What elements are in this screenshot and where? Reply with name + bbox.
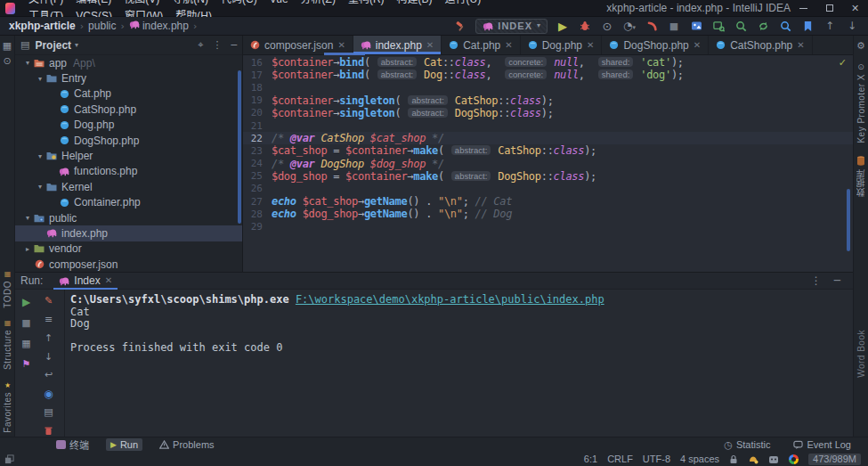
maximize-icon[interactable] xyxy=(816,0,842,17)
tool-button-event-log[interactable]: Event Log xyxy=(789,438,856,451)
close-icon[interactable]: ✕ xyxy=(842,0,868,17)
breadcrumb-item[interactable]: index.php xyxy=(129,20,189,32)
editor-scrollbar[interactable] xyxy=(847,189,850,251)
close-icon[interactable]: ✕ xyxy=(694,41,701,50)
code-line-24[interactable]: 24/* @var DogShop $dog_shop */ xyxy=(243,158,853,170)
menu-item-vue[interactable]: Vue xyxy=(264,0,295,5)
tree-item-app[interactable]: ▾appApp\ xyxy=(15,55,242,70)
code-line-20[interactable]: 20$container→singleton( abstract: DogSho… xyxy=(243,107,853,119)
tool-button-database[interactable]: 数据库 xyxy=(854,156,868,197)
tool-button-run[interactable]: ▶Run xyxy=(106,438,142,451)
docker-icon[interactable] xyxy=(768,454,779,464)
run-console-output[interactable]: C:\Users\syfxl\scoop\shims\php.exe F:\wo… xyxy=(70,294,844,355)
editor-tab-dogshop-php[interactable]: DogShop.php✕ xyxy=(602,36,709,54)
breadcrumb-item[interactable]: public xyxy=(88,20,116,32)
tree-item-container-php[interactable]: Container.php xyxy=(15,195,242,210)
tool-button-todo[interactable]: ▦TODO xyxy=(0,271,15,308)
project-scrollbar[interactable] xyxy=(238,70,241,224)
code-editor[interactable]: 16$container→bind( abstract: Cat::class,… xyxy=(243,55,853,233)
code-line-28[interactable]: 28echo $dog_shop→getName() . "\n"; // Do… xyxy=(243,208,853,220)
menu-item-f[interactable]: 文件(F) xyxy=(22,0,69,5)
notification-bell-icon[interactable] xyxy=(748,454,758,464)
print-icon[interactable]: ▤ xyxy=(42,406,56,419)
menu-item-r[interactable]: 重构(R) xyxy=(342,0,391,5)
tree-item-kernel[interactable]: ▾Kernel xyxy=(15,179,242,194)
menu-item-v[interactable]: 视图(V) xyxy=(118,0,166,5)
tree-item-composer-json[interactable]: composer.json xyxy=(15,257,242,272)
coverage-icon[interactable]: ⊙ xyxy=(600,19,614,33)
caret-position[interactable]: 6:1 xyxy=(584,454,597,464)
chevron-open-icon[interactable]: ▾ xyxy=(22,214,33,222)
lock-icon[interactable] xyxy=(729,454,738,464)
more-icon[interactable]: ⋮ xyxy=(212,40,222,50)
tree-item-catshop-php[interactable]: CatShop.php xyxy=(15,102,242,117)
tree-item-dog-php[interactable]: Dog.php xyxy=(15,118,242,133)
menu-item-b[interactable]: 构建(B) xyxy=(391,0,439,5)
code-line-27[interactable]: 27echo $cat_shop→getName() . "\n"; // Ca… xyxy=(243,195,853,208)
close-icon[interactable]: ✕ xyxy=(105,276,112,285)
run-tab-index[interactable]: Index ✕ xyxy=(53,273,118,290)
gear-icon[interactable]: ⚙ xyxy=(854,41,868,51)
run-config-selector[interactable]: INDEX▾ xyxy=(475,19,548,34)
menu-item-z[interactable]: 分析(Z) xyxy=(295,0,342,5)
tree-item-dogshop-php[interactable]: DogShop.php xyxy=(15,133,242,148)
chevron-closed-icon[interactable]: ▸ xyxy=(22,245,33,253)
tree-item-helper[interactable]: ▾Helper xyxy=(15,148,242,163)
tree-item-vendor[interactable]: ▸vendor xyxy=(15,241,242,257)
close-icon[interactable]: ✕ xyxy=(797,41,804,50)
minimize-icon[interactable] xyxy=(791,0,816,17)
edit-config-icon[interactable]: ✎ xyxy=(42,295,56,307)
line-separator[interactable]: CRLF xyxy=(607,454,633,464)
attach-phone-icon[interactable] xyxy=(645,19,659,33)
chevron-open-icon[interactable]: ▾ xyxy=(35,75,45,83)
code-line-19[interactable]: 19$container→singleton( abstract: CatSho… xyxy=(243,94,853,107)
close-icon[interactable]: ✕ xyxy=(505,41,512,50)
more-icon[interactable]: ⋮ xyxy=(811,275,822,286)
tool-button--[interactable]: 终端 xyxy=(52,437,93,453)
tree-item-cat-php[interactable]: Cat.php xyxy=(15,86,242,102)
code-line-25[interactable]: 25$dog_shop = $container→make( abstract:… xyxy=(243,170,853,183)
project-panel-title[interactable]: Project xyxy=(35,39,71,52)
tool-window-switcher-icon[interactable] xyxy=(4,454,14,464)
restore-layout-icon[interactable]: ▦ xyxy=(20,336,34,350)
tool-button-word-book[interactable]: Word Book xyxy=(854,330,868,378)
editor-tab-dog-php[interactable]: Dog.php✕ xyxy=(521,36,603,54)
stop-icon[interactable]: ■ xyxy=(20,315,34,330)
menu-item-n[interactable]: 导航(N) xyxy=(166,0,215,5)
close-icon[interactable]: ✕ xyxy=(426,41,434,50)
hide-icon[interactable]: ─ xyxy=(834,275,840,286)
profiler-icon[interactable]: ◔▾ xyxy=(622,19,637,33)
tool-button-problems[interactable]: Problems xyxy=(155,438,218,451)
project-window-icon[interactable]: ▦ xyxy=(0,41,14,51)
nav-up-icon[interactable]: ↑ xyxy=(823,19,837,33)
editor-tab-catshop-php[interactable]: CatShop.php✕ xyxy=(709,36,812,54)
memory-indicator[interactable]: 473/989M xyxy=(808,454,861,465)
editor-tab-composer-json[interactable]: composer.json✕ xyxy=(243,36,353,54)
up-stack-icon[interactable]: ↑ xyxy=(42,332,56,345)
image-search-icon[interactable] xyxy=(711,19,726,33)
clear-icon[interactable] xyxy=(42,424,56,437)
tool-button-structure[interactable]: ▦Structure xyxy=(0,320,15,370)
down-stack-icon[interactable]: ↓ xyxy=(42,350,56,363)
tool-button-statistic[interactable]: ◷Statistic xyxy=(719,438,775,451)
scroll-to-end-icon[interactable]: ◉ xyxy=(42,388,56,400)
code-line-29[interactable]: 29 xyxy=(243,220,853,233)
find-green-icon[interactable] xyxy=(734,19,748,33)
bookmark-icon[interactable] xyxy=(800,19,815,33)
nav-down-icon[interactable]: ↓ xyxy=(845,19,859,33)
inspection-ok-icon[interactable]: ✓ xyxy=(839,58,847,68)
tree-item-public[interactable]: ▾public xyxy=(15,210,242,225)
code-line-18[interactable]: 18 xyxy=(243,81,853,94)
tree-item-functions-php[interactable]: functions.php xyxy=(15,164,242,179)
code-line-23[interactable]: 23$cat_shop = $container→make( abstract:… xyxy=(243,144,853,157)
preview-image-icon[interactable] xyxy=(689,19,703,33)
hide-icon[interactable]: ─ xyxy=(231,40,237,50)
tool-button-key-promoter[interactable]: ⊙ Key Promoter X xyxy=(854,63,868,143)
run-play-icon[interactable]: ▶ xyxy=(556,19,570,33)
editor-tab-index-php[interactable]: index.php✕ xyxy=(353,36,442,54)
chevron-open-icon[interactable]: ▾ xyxy=(22,59,33,67)
code-line-16[interactable]: 16$container→bind( abstract: Cat::class,… xyxy=(243,56,853,69)
code-line-22[interactable]: 22/* @var CatShop $cat_shop */ xyxy=(243,132,853,144)
close-icon[interactable]: ✕ xyxy=(587,41,594,50)
rerun-icon[interactable]: ▶ xyxy=(20,295,34,309)
